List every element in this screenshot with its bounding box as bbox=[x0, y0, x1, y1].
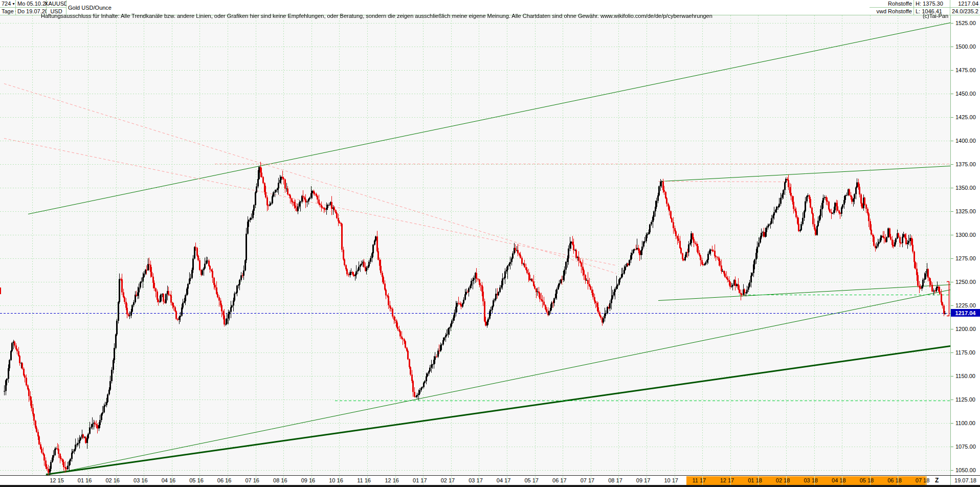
price-axis[interactable]: 1525.001500.001475.001450.001425.001400.… bbox=[950, 15, 980, 475]
month-label: 10 17 bbox=[664, 477, 678, 483]
month-label: 05 18 bbox=[860, 477, 874, 483]
price-tick-label: 1150.00 bbox=[951, 373, 980, 379]
price-tick-label: 1325.00 bbox=[951, 208, 980, 214]
month-label: 02 18 bbox=[776, 477, 790, 483]
price-tick-label: 1425.00 bbox=[951, 114, 980, 120]
month-label: 05 17 bbox=[524, 477, 539, 483]
month-label: 04 18 bbox=[832, 477, 846, 483]
price-tick-label: 1525.00 bbox=[951, 20, 980, 26]
price-tick-label: 1450.00 bbox=[951, 91, 980, 97]
month-label: 03 16 bbox=[133, 477, 148, 483]
month-label: 01 18 bbox=[748, 477, 762, 483]
month-label: 01 17 bbox=[413, 477, 427, 483]
price-tick-label: 1050.00 bbox=[951, 467, 980, 473]
price-tick-label: 1075.00 bbox=[951, 444, 980, 450]
disclaimer-text: Haftungsausschluss für Inhalte: Alle Tre… bbox=[41, 13, 712, 19]
month-label: 12 17 bbox=[720, 477, 734, 483]
category-cell: Rohstoffe bbox=[870, 0, 914, 8]
window-bottom-edge bbox=[0, 485, 980, 487]
price-tick-label: 1175.00 bbox=[951, 349, 980, 356]
chevron-down-icon: ▾ bbox=[12, 2, 14, 6]
month-label: 03 17 bbox=[469, 477, 483, 483]
symbol-cell: XAUUSD bbox=[47, 0, 66, 8]
price-tick-label: 1500.00 bbox=[951, 43, 980, 50]
month-label: 10 16 bbox=[329, 477, 343, 483]
price-tick-label: 1125.00 bbox=[951, 396, 980, 403]
month-label: 06 18 bbox=[887, 477, 902, 483]
time-axis[interactable]: Z 19.07.18 12 1501 1602 1603 1604 1605 1… bbox=[0, 475, 980, 485]
axis-corner-date: 19.07.18 bbox=[950, 476, 980, 485]
range-info-cell: 24.0/235.2 bbox=[950, 8, 980, 15]
month-label: 03 18 bbox=[804, 477, 818, 483]
month-label: 07 18 bbox=[916, 477, 930, 483]
price-tick-label: 1400.00 bbox=[951, 138, 980, 144]
month-label: 07 17 bbox=[581, 477, 595, 483]
month-label: 07 16 bbox=[245, 477, 259, 483]
price-tick-label: 1200.00 bbox=[951, 326, 980, 332]
price-tick-label: 1225.00 bbox=[951, 302, 980, 308]
month-label: 09 16 bbox=[301, 477, 316, 483]
chart-id-dropdown[interactable]: 724 ▾ bbox=[0, 0, 16, 8]
month-label: 06 17 bbox=[552, 477, 567, 483]
month-label: 11 17 bbox=[692, 477, 706, 483]
price-tick-label: 1375.00 bbox=[951, 161, 980, 167]
month-label: 12 16 bbox=[385, 477, 399, 483]
month-label: 02 16 bbox=[105, 477, 120, 483]
month-label: 12 15 bbox=[50, 477, 64, 483]
taipan-copyright: (c)Tai-Pan bbox=[923, 13, 948, 19]
price-chart-canvas[interactable] bbox=[0, 0, 980, 487]
month-label: 11 16 bbox=[357, 477, 371, 483]
month-label: 05 16 bbox=[189, 477, 204, 483]
price-tick-label: 1275.00 bbox=[951, 255, 980, 261]
month-label: 06 16 bbox=[217, 477, 232, 483]
date-from-cell: Mo 05.10.2015 bbox=[16, 0, 47, 8]
source-cell: vwd Rohstoffe bbox=[870, 8, 914, 15]
price-tick-label: 1100.00 bbox=[951, 420, 980, 426]
taipan-chart-window: { "header": { "left": { "id_value": "724… bbox=[0, 0, 980, 487]
price-tick-label: 1475.00 bbox=[951, 67, 980, 73]
month-label: 04 17 bbox=[497, 477, 511, 483]
price-tick-label: 1350.00 bbox=[951, 185, 980, 191]
timeframe-dropdown[interactable]: Tage ▾ bbox=[0, 8, 16, 15]
month-label: 04 16 bbox=[162, 477, 176, 483]
month-label: 08 17 bbox=[608, 477, 622, 483]
month-label: 09 17 bbox=[636, 477, 651, 483]
month-label: 01 16 bbox=[78, 477, 92, 483]
current-price-tag: 1217.04 bbox=[951, 309, 980, 317]
last-price-cell: 1217.04 bbox=[950, 0, 980, 8]
month-label: 02 17 bbox=[441, 477, 455, 483]
price-tick-label: 1250.00 bbox=[951, 279, 980, 285]
axis-end-label: Z bbox=[935, 477, 939, 484]
month-label: 08 16 bbox=[273, 477, 287, 483]
period-high-cell: H: 1375.30 bbox=[914, 0, 950, 8]
price-tick-label: 1300.00 bbox=[951, 232, 980, 238]
